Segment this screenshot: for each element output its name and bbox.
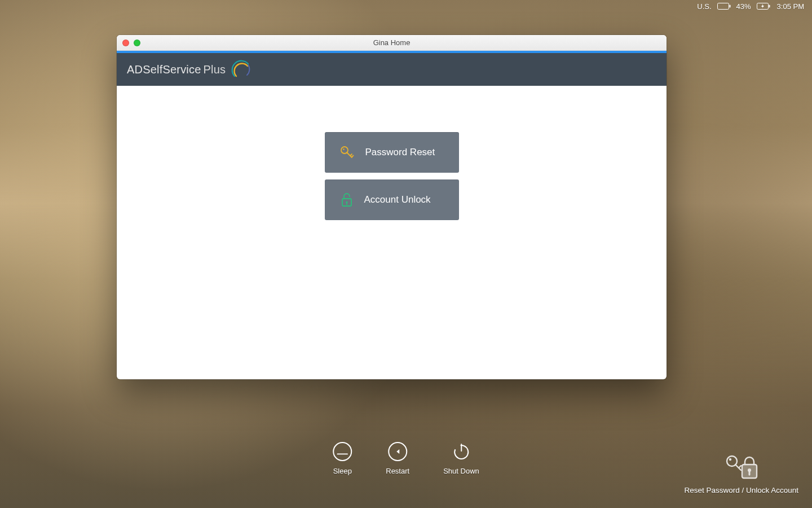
- app-logo-suffix: Plus: [204, 63, 226, 76]
- app-logo-arc-icon: [231, 59, 251, 80]
- restart-label: Restart: [386, 467, 409, 475]
- password-reset-label: Password Reset: [365, 147, 435, 158]
- window-close-button[interactable]: [122, 40, 129, 46]
- restart-button[interactable]: Restart: [386, 442, 409, 475]
- shutdown-label: Shut Down: [443, 467, 479, 475]
- reset-password-unlock-link[interactable]: Reset Password / Unlock Account: [684, 453, 798, 494]
- shutdown-button[interactable]: Shut Down: [443, 442, 479, 475]
- svg-point-5: [343, 148, 344, 150]
- app-logo-text: ADSelfServicePlus: [127, 63, 226, 76]
- sleep-button[interactable]: Sleep: [333, 442, 352, 475]
- app-logo-name: ADSelfService: [127, 63, 201, 76]
- window-zoom-button[interactable]: [134, 40, 140, 46]
- reset-password-unlock-label: Reset Password / Unlock Account: [684, 486, 798, 494]
- system-menubar: U.S. 43% 3:05 PM: [691, 0, 812, 12]
- gina-window: Gina Home ADSelfServicePlus Password Res…: [117, 35, 667, 379]
- key-icon: [338, 143, 356, 161]
- battery-icon[interactable]: [717, 3, 731, 10]
- svg-rect-3: [769, 5, 770, 8]
- power-options-row: Sleep Restart Shut Down: [333, 442, 479, 475]
- sleep-icon: [333, 442, 352, 461]
- svg-point-13: [729, 458, 731, 461]
- charging-icon: [757, 3, 771, 10]
- svg-rect-1: [729, 5, 730, 8]
- password-reset-button[interactable]: Password Reset: [325, 132, 459, 173]
- window-title: Gina Home: [373, 38, 411, 47]
- input-source-indicator[interactable]: U.S.: [697, 2, 711, 11]
- battery-percent: 43%: [736, 2, 751, 11]
- window-titlebar[interactable]: Gina Home: [117, 35, 667, 51]
- svg-rect-0: [717, 3, 729, 10]
- account-unlock-button[interactable]: Account Unlock: [325, 179, 459, 220]
- clock[interactable]: 3:05 PM: [777, 2, 804, 11]
- app-header: ADSelfServicePlus: [117, 53, 667, 86]
- restart-icon: [388, 442, 407, 461]
- window-traffic-lights: [122, 40, 140, 46]
- power-icon: [452, 442, 471, 461]
- key-lock-icon: [724, 453, 759, 480]
- window-content: Password Reset Account Unlock: [117, 86, 667, 379]
- account-unlock-label: Account Unlock: [364, 194, 431, 205]
- sleep-label: Sleep: [333, 467, 352, 475]
- unlock-icon: [338, 191, 355, 208]
